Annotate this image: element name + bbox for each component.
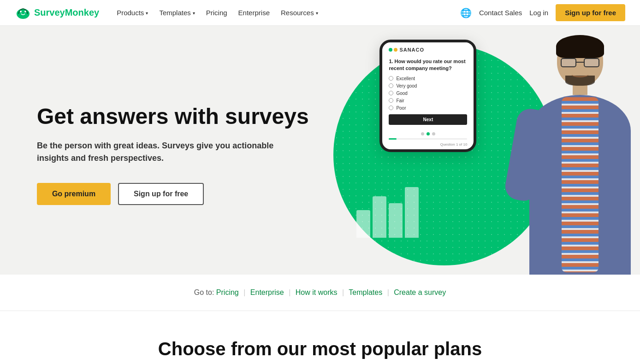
option-poor: Poor: [389, 106, 467, 111]
radio-icon: [389, 83, 393, 88]
hero-subtitle: Be the person with great ideas. Surveys …: [37, 140, 277, 164]
svg-point-1: [20, 11, 22, 12]
radio-icon: [389, 98, 393, 103]
radio-icon: [389, 91, 393, 95]
person-glasses: [561, 58, 599, 68]
chevron-down-icon: ▾: [193, 11, 195, 16]
dot-yellow: [394, 48, 397, 52]
option-very-good: Very good: [389, 83, 467, 88]
plans-section: Choose from our most popular plans Get a…: [0, 311, 640, 364]
goto-pricing[interactable]: Pricing: [216, 288, 239, 296]
bar-chart: [356, 187, 419, 238]
phone-next-button[interactable]: Next: [389, 114, 467, 125]
logo[interactable]: SurveyMonkey: [15, 5, 99, 21]
nav-links: Products ▾ Templates ▾ Pricing Enterpris…: [112, 6, 460, 19]
hero-right: SANACO 1. How would you rate our most re…: [352, 26, 640, 275]
page-dot-2: [427, 132, 430, 135]
goto-how-it-works[interactable]: How it works: [296, 288, 338, 296]
nav-enterprise[interactable]: Enterprise: [234, 6, 274, 19]
hero-section: Get answers with surveys Be the person w…: [0, 26, 640, 275]
logo-text: SurveyMonkey: [34, 7, 99, 18]
sanaco-logo: SANACO: [389, 47, 467, 53]
sanaco-dots: [389, 48, 397, 52]
nav-resources[interactable]: Resources ▾: [276, 6, 323, 19]
radio-icon: [389, 106, 393, 110]
phone-header: SANACO: [382, 42, 474, 54]
separator-1: |: [243, 288, 245, 296]
main-nav: SurveyMonkey Products ▾ Templates ▾ Pric…: [0, 0, 640, 26]
go-premium-button[interactable]: Go premium: [37, 183, 111, 205]
progress-fill: [389, 138, 397, 140]
goto-label: Go to:: [194, 288, 214, 296]
hero-left: Get answers with surveys Be the person w…: [0, 26, 352, 275]
hero-buttons: Go premium Sign up for free: [37, 183, 324, 205]
nav-signup-button[interactable]: Sign up for free: [556, 4, 625, 21]
person-smile: [572, 72, 588, 77]
separator-3: |: [342, 288, 344, 296]
page-dot-3: [432, 132, 435, 135]
logo-icon: [15, 5, 31, 21]
bar-3: [389, 203, 403, 238]
page-dot-1: [421, 132, 424, 135]
radio-icon: [389, 76, 393, 81]
option-good: Good: [389, 91, 467, 96]
goto-templates[interactable]: Templates: [349, 288, 382, 296]
nav-templates[interactable]: Templates ▾: [154, 6, 199, 19]
option-fair: Fair: [389, 98, 467, 103]
nav-pricing[interactable]: Pricing: [201, 6, 232, 19]
survey-question: 1. How would you rate our most recent co…: [389, 58, 467, 72]
hero-signup-button[interactable]: Sign up for free: [118, 183, 204, 205]
option-excellent: Excellent: [389, 76, 467, 81]
bar-4: [405, 187, 419, 238]
progress-text: Question 1 of 10: [389, 142, 467, 147]
plans-title: Choose from our most popular plans: [18, 339, 622, 359]
nav-right: 🌐 Contact Sales Log in Sign up for free: [460, 4, 625, 21]
bar-1: [356, 210, 370, 238]
person-hair: [556, 35, 604, 58]
progress-bar: [389, 138, 467, 140]
login-link[interactable]: Log in: [529, 9, 548, 17]
globe-icon[interactable]: 🌐: [460, 7, 472, 18]
bar-2: [373, 196, 386, 238]
chevron-down-icon: ▾: [316, 11, 318, 16]
svg-point-2: [24, 11, 26, 12]
phone-content: 1. How would you rate our most recent co…: [382, 54, 474, 129]
separator-2: |: [289, 288, 290, 296]
person-shirt: [562, 97, 599, 272]
contact-sales-link[interactable]: Contact Sales: [479, 9, 522, 17]
dot-green: [389, 48, 392, 52]
goto-bar: Go to: Pricing | Enterprise | How it wor…: [0, 275, 640, 311]
goto-enterprise[interactable]: Enterprise: [250, 288, 284, 296]
phone-footer: [382, 129, 474, 138]
person-illustration: [502, 26, 640, 275]
nav-products[interactable]: Products ▾: [112, 6, 153, 19]
chevron-down-icon: ▾: [146, 11, 148, 16]
goto-create-survey[interactable]: Create a survey: [394, 288, 446, 296]
phone-mockup: SANACO 1. How would you rate our most re…: [379, 40, 476, 152]
separator-4: |: [387, 288, 389, 296]
hero-title: Get answers with surveys: [37, 105, 324, 129]
